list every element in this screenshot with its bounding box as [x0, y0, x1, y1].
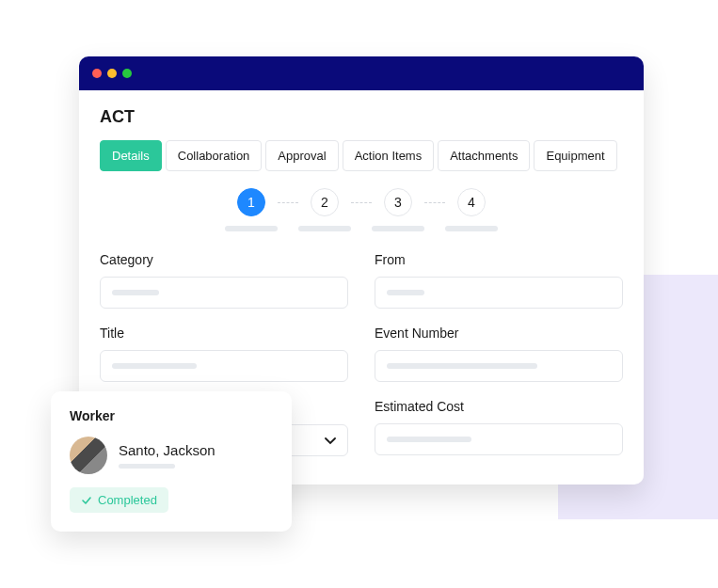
category-input[interactable] — [100, 277, 348, 309]
worker-info: Santo, Jackson — [119, 442, 215, 469]
status-badge: Completed — [70, 487, 168, 513]
placeholder-icon — [119, 464, 175, 469]
worker-row: Santo, Jackson — [70, 437, 273, 474]
field-event-number: Event Number — [375, 326, 623, 382]
page-title: ACT — [100, 107, 623, 127]
step-number: 1 — [237, 188, 265, 216]
worker-card: Worker Santo, Jackson Completed — [51, 391, 292, 532]
step-3[interactable]: 3 — [372, 188, 424, 231]
field-title: Title — [100, 326, 348, 382]
field-label: Category — [100, 252, 348, 267]
step-4[interactable]: 4 — [445, 188, 498, 231]
field-label: Title — [100, 326, 348, 341]
placeholder-icon — [112, 363, 197, 369]
step-progress-bar — [445, 226, 498, 231]
close-icon[interactable] — [92, 69, 102, 78]
field-estimated-cost: Estimated Cost — [375, 399, 623, 456]
estimated-cost-input[interactable] — [375, 423, 623, 455]
from-input[interactable] — [375, 277, 623, 309]
step-progress-bar — [298, 226, 351, 231]
wizard-stepper: 1 2 3 4 — [100, 188, 623, 231]
tab-attachments[interactable]: Attachments — [438, 140, 530, 171]
placeholder-icon — [387, 290, 424, 295]
placeholder-icon — [112, 290, 159, 295]
event-number-input[interactable] — [375, 350, 623, 382]
tab-approval[interactable]: Approval — [265, 140, 338, 171]
tab-collaboration[interactable]: Collaboration — [166, 140, 263, 171]
tab-details[interactable]: Details — [100, 140, 162, 171]
field-category: Category — [100, 252, 348, 309]
worker-name: Santo, Jackson — [119, 442, 215, 458]
field-label: Event Number — [375, 326, 623, 341]
field-label: From — [375, 252, 623, 267]
step-number: 2 — [311, 188, 339, 216]
placeholder-icon — [387, 363, 537, 369]
minimize-icon[interactable] — [107, 69, 117, 78]
step-2[interactable]: 2 — [298, 188, 351, 231]
step-progress-bar — [372, 226, 424, 231]
title-input[interactable] — [100, 350, 348, 382]
chevron-down-icon — [325, 432, 336, 449]
field-label: Estimated Cost — [375, 399, 623, 414]
status-label: Completed — [98, 493, 157, 507]
maximize-icon[interactable] — [122, 69, 132, 78]
tab-bar: Details Collaboration Approval Action It… — [100, 140, 623, 171]
window-titlebar — [79, 56, 644, 90]
placeholder-icon — [387, 437, 471, 442]
check-icon — [81, 495, 92, 506]
step-1[interactable]: 1 — [225, 188, 278, 231]
step-number: 3 — [384, 188, 412, 216]
tab-action-items[interactable]: Action Items — [343, 140, 435, 171]
tab-equipment[interactable]: Equipment — [534, 140, 616, 171]
avatar — [70, 437, 107, 474]
card-title: Worker — [70, 408, 273, 423]
step-progress-bar — [225, 226, 278, 231]
step-number: 4 — [457, 188, 486, 216]
field-from: From — [375, 252, 623, 309]
